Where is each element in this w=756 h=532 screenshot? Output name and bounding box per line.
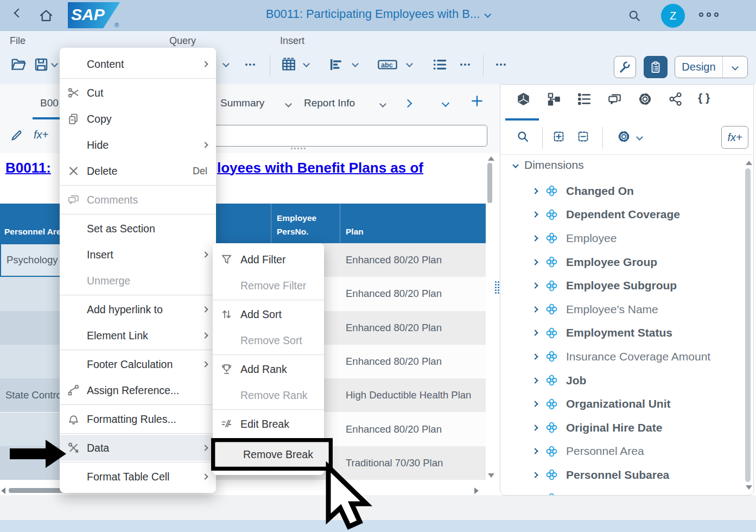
dimensions-collapse-chevron-icon[interactable]	[512, 162, 518, 168]
ribbon-overflow-icon[interactable]	[496, 64, 498, 66]
submenu-item-add-sort[interactable]: Add Sort	[213, 301, 324, 327]
menu-item-element-link[interactable]: Element Link	[60, 322, 216, 349]
tab-report-info-chevron-icon[interactable]	[379, 100, 386, 107]
dimension-item[interactable]: Employee Subgroup	[500, 274, 745, 297]
avatar[interactable]: Z	[661, 4, 685, 28]
menu-item-footer-calculation[interactable]: Footer Calculation	[60, 351, 216, 377]
design-mode-button[interactable]: Design	[675, 56, 748, 78]
expand-chevron-icon[interactable]	[532, 472, 538, 478]
expand-chevron-icon[interactable]	[532, 212, 538, 218]
add-report-icon[interactable]	[470, 94, 484, 108]
vertical-scrollbar-thumb[interactable]	[487, 163, 492, 203]
back-icon[interactable]	[15, 9, 22, 18]
menu-item-hide[interactable]: Hide	[60, 132, 216, 158]
panel-scrollbar-thumb[interactable]	[745, 168, 751, 482]
design-chevron-down-icon[interactable]	[722, 56, 747, 78]
reading-clipboard-button[interactable]	[644, 56, 668, 78]
dimension-item[interactable]: Job	[500, 369, 745, 392]
panel-settings-gear-icon[interactable]	[617, 129, 631, 144]
query-overflow-icon[interactable]	[245, 64, 247, 66]
panel-search-icon[interactable]	[516, 129, 530, 144]
search-icon[interactable]	[627, 8, 642, 23]
menu-item-formatting-rules[interactable]: Formatting Rules...	[60, 406, 216, 432]
dimension-item[interactable]: Employment Status	[500, 321, 745, 345]
save-icon[interactable]	[33, 56, 50, 73]
dimension-item[interactable]: Employee Group	[500, 250, 745, 274]
dimension-item[interactable]: Personnel Area	[500, 440, 745, 464]
insert-table-icon[interactable]	[280, 56, 297, 73]
submenu-item-edit-break[interactable]: Edit Break	[213, 411, 324, 437]
submenu-item-add-rank[interactable]: Add Rank	[213, 356, 324, 382]
menu-item-insert[interactable]: Insert	[60, 242, 216, 268]
dimension-item[interactable]: Dependent Coverage	[500, 203, 745, 227]
submenu-item-remove-sort[interactable]: Remove Sort	[213, 327, 324, 353]
expand-chevron-icon[interactable]	[532, 425, 538, 430]
title-chevron-down-icon[interactable]	[484, 11, 491, 18]
query-chevron-down-icon[interactable]	[223, 60, 230, 67]
structure-hierarchy-icon[interactable]	[546, 91, 562, 107]
tab-report[interactable]: B00	[40, 97, 59, 109]
settings-gear-icon[interactable]	[637, 91, 653, 107]
column-header-plan[interactable]: Plan	[346, 227, 364, 237]
menu-item-set-as-section[interactable]: Set as Section	[60, 216, 216, 242]
tools-wrench-button[interactable]	[614, 56, 636, 78]
dimension-item[interactable]: Changed On	[500, 179, 745, 203]
scroll-down-icon[interactable]	[488, 473, 494, 478]
dimension-item[interactable]: Organizational Unit	[500, 392, 745, 416]
scroll-right-icon[interactable]	[474, 487, 479, 494]
menu-item-comments[interactable]: Comments	[60, 187, 216, 213]
scroll-left-icon[interactable]	[1, 487, 5, 494]
panel-splitter-handle[interactable]	[495, 281, 497, 283]
remove-object-icon[interactable]	[576, 129, 590, 144]
insert-text-chevron-icon[interactable]	[406, 60, 413, 67]
home-icon[interactable]	[38, 8, 54, 24]
menu-item-data[interactable]: Data	[60, 435, 216, 461]
tab-summary[interactable]: Summary	[220, 97, 264, 109]
submenu-item-add-filter[interactable]: Add Filter	[213, 246, 324, 273]
menu-item-copy[interactable]: Copy	[60, 106, 216, 132]
scroll-up-icon[interactable]	[488, 156, 494, 161]
insert-list-icon[interactable]	[431, 56, 448, 73]
insert-text-abc-icon[interactable]: abc	[377, 56, 398, 73]
menu-item-cut[interactable]: Cut	[60, 80, 216, 106]
insert-overflow-icon[interactable]	[460, 64, 462, 66]
expand-chevron-icon[interactable]	[532, 353, 538, 359]
insert-table-chevron-icon[interactable]	[303, 60, 310, 67]
submenu-item-remove-break[interactable]: Remove Break	[215, 442, 329, 467]
document-structure-list-icon[interactable]	[576, 91, 592, 107]
insert-chart-icon[interactable]	[328, 56, 345, 73]
dimension-item[interactable]: Insurance Coverage Amount	[500, 345, 745, 369]
submenu-item-remove-rank[interactable]: Remove Rank	[213, 382, 324, 408]
tabs-list-chevron-icon[interactable]	[442, 99, 449, 107]
dimensions-group-header[interactable]: Dimensions	[513, 159, 584, 172]
menu-item-format-table-cell[interactable]: Format Table Cell	[60, 464, 216, 490]
objects-cube-icon[interactable]	[516, 91, 531, 107]
menu-item-assign-reference[interactable]: Assign Reference...	[60, 377, 216, 403]
create-variable-fx-button[interactable]: fx+	[721, 126, 748, 149]
tabs-scroll-right-icon[interactable]	[404, 99, 412, 108]
formula-fx-icon[interactable]: fx+	[34, 129, 48, 141]
expand-chevron-icon[interactable]	[532, 401, 538, 407]
expand-chevron-icon[interactable]	[532, 283, 538, 289]
insert-object-icon[interactable]	[551, 129, 566, 144]
tab-report-info[interactable]: Report Info	[304, 97, 355, 109]
expand-chevron-icon[interactable]	[532, 188, 538, 194]
panel-scroll-down-icon[interactable]	[746, 485, 752, 490]
save-chevron-down-icon[interactable]	[51, 60, 58, 67]
insert-chart-chevron-icon[interactable]	[352, 60, 359, 67]
dimension-item[interactable]: Original Hire Date	[500, 416, 745, 440]
dimension-item[interactable]: Employee's Name	[500, 297, 745, 321]
column-header-employee[interactable]: Employee	[277, 213, 316, 223]
window-title-area[interactable]: B0011: Participating Employees with B...	[266, 7, 491, 21]
comments-icon[interactable]	[607, 91, 622, 107]
menu-item-content[interactable]: Content	[60, 51, 216, 77]
menu-item-unmerge[interactable]: Unmerge	[60, 268, 216, 294]
panel-scroll-up-icon[interactable]	[746, 161, 752, 165]
expand-chevron-icon[interactable]	[532, 306, 538, 312]
menu-item-add-hyperlink-to[interactable]: Add hyperlink to	[60, 296, 216, 322]
edit-pencil-icon[interactable]	[9, 128, 24, 143]
expand-chevron-icon[interactable]	[532, 235, 538, 241]
dimension-item-partial[interactable]	[500, 487, 745, 496]
tab-summary-chevron-icon[interactable]	[285, 100, 292, 107]
column-header-personnel-area[interactable]: Personnel Area	[4, 227, 66, 237]
